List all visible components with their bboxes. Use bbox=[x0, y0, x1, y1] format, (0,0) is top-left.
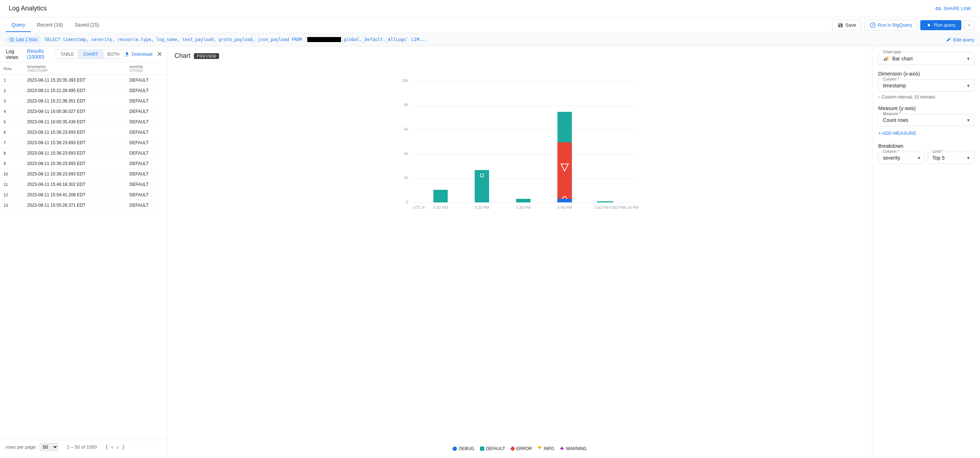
column-chevron: ▾ bbox=[967, 83, 970, 89]
legend-warning-icon bbox=[560, 446, 564, 451]
share-link-button[interactable]: SHARE LINK bbox=[935, 5, 971, 12]
run-bigquery-button[interactable]: Run in BigQuery bbox=[864, 20, 917, 30]
bar-chart-icon bbox=[883, 55, 889, 62]
chart-title: Chart bbox=[175, 52, 190, 60]
share-link-label: SHARE LINK bbox=[943, 6, 971, 11]
download-label: Download bbox=[132, 51, 153, 57]
log-results-row: Log views Results (10000) TABLE CHART BO… bbox=[0, 46, 167, 62]
run-query-label: Run query bbox=[934, 22, 956, 28]
legend-error-icon bbox=[510, 446, 515, 451]
row-timestamp: 2023-08-11 15:20:35.393 EDT bbox=[24, 75, 126, 86]
row-number: 3 bbox=[0, 96, 24, 106]
row-severity: DEFAULT bbox=[126, 75, 167, 86]
bar-340-error bbox=[558, 143, 572, 203]
svg-text:UTC-4: UTC-4 bbox=[413, 205, 425, 209]
breakdown-limit-value[interactable]: Top 5 ▾ bbox=[932, 155, 970, 161]
bar-320-default bbox=[475, 170, 489, 203]
legend-info-label: INFO bbox=[544, 446, 554, 451]
breakdown-limit-col: Limit * Top 5 ▾ bbox=[928, 152, 975, 164]
rows-per-page-select[interactable]: 50 100 200 bbox=[40, 443, 58, 451]
chart-type-value[interactable]: Bar chart ▾ bbox=[883, 55, 970, 62]
measure-text: Count rows bbox=[883, 117, 908, 123]
table-row: 10 2023-08-11 15:36:23.693 EDT DEFAULT bbox=[0, 169, 167, 179]
custom-interval[interactable]: › Custom interval: 15 minutes bbox=[878, 95, 974, 100]
prev-page-button[interactable]: ‹ bbox=[110, 443, 115, 451]
breakdown-limit-fieldset: Limit * Top 5 ▾ bbox=[928, 152, 975, 164]
run-query-button[interactable]: Run query bbox=[920, 20, 961, 30]
edit-query-label: Edit query bbox=[953, 37, 974, 43]
legend-default-label: DEFAULT bbox=[486, 446, 505, 451]
row-number: 1 bbox=[0, 75, 24, 86]
table-row: 5 2023-08-11 16:00:35.436 EDT DEFAULT bbox=[0, 117, 167, 127]
chevron-down-icon: › bbox=[878, 95, 880, 100]
svg-text:2k: 2k bbox=[404, 176, 408, 180]
edit-icon bbox=[946, 37, 951, 42]
row-severity: DEFAULT bbox=[126, 86, 167, 96]
pagination: rows per page: 50 100 200 1 – 50 of 1000… bbox=[0, 440, 167, 454]
measure-section: Measure (y-axis) Measure * Count rows ▾ … bbox=[878, 105, 974, 137]
edit-query-button[interactable]: Edit query bbox=[946, 37, 974, 43]
download-button[interactable]: Download bbox=[124, 51, 153, 57]
app-header: Log Analytics SHARE LINK bbox=[0, 0, 980, 17]
tab-query[interactable]: Query bbox=[6, 18, 31, 32]
svg-text:4:10 PM: 4:10 PM bbox=[624, 205, 639, 209]
col-header-timestamp: timestamp TIMESTAMP bbox=[24, 62, 126, 75]
dimension-title: Dimension (x-axis) bbox=[878, 71, 974, 76]
measure-value[interactable]: Count rows ▾ bbox=[883, 117, 970, 123]
tab-recent[interactable]: Recent (16) bbox=[31, 18, 69, 32]
column-value[interactable]: timestamp ▾ bbox=[883, 83, 970, 89]
row-timestamp: 2023-08-11 15:36:23.693 EDT bbox=[24, 148, 126, 158]
svg-marker-22 bbox=[560, 447, 564, 449]
row-number: 4 bbox=[0, 106, 24, 117]
col-severity-type: STRING bbox=[129, 69, 163, 73]
table-scroll[interactable]: Row timestamp TIMESTAMP severity STRING bbox=[0, 62, 167, 440]
svg-text:3:50 PM: 3:50 PM bbox=[594, 205, 609, 209]
tab-saved[interactable]: Saved (25) bbox=[69, 18, 105, 32]
next-page-button[interactable]: › bbox=[115, 443, 120, 451]
breakdown-column-col: Column * severity ▾ bbox=[878, 152, 925, 164]
measure-title: Measure (y-axis) bbox=[878, 105, 974, 111]
close-panel-button[interactable]: ✕ bbox=[157, 50, 162, 58]
table-row: 9 2023-08-11 15:36:23.693 EDT DEFAULT bbox=[0, 158, 167, 169]
bar-400-default bbox=[610, 201, 613, 203]
view-tab-chart[interactable]: CHART bbox=[78, 50, 103, 59]
svg-text:10k: 10k bbox=[402, 78, 408, 83]
view-tab-both[interactable]: BOTH bbox=[103, 50, 124, 59]
row-severity: DEFAULT bbox=[126, 96, 167, 106]
row-severity: DEFAULT bbox=[126, 200, 167, 211]
results-tab[interactable]: Results (10000) bbox=[27, 46, 44, 64]
row-timestamp: 2023-08-11 15:36:23.693 EDT bbox=[24, 169, 126, 179]
bar-330-default bbox=[516, 199, 531, 203]
table-body: 1 2023-08-11 15:20:35.393 EDT DEFAULT 2 … bbox=[0, 75, 167, 211]
breakdown-title: Breakdown bbox=[878, 143, 974, 149]
time-chip[interactable]: Last 1 hour bbox=[6, 36, 41, 43]
row-severity: DEFAULT bbox=[126, 138, 167, 148]
row-timestamp: 2023-08-11 15:36:23.693 EDT bbox=[24, 127, 126, 138]
page-nav: ⟨ ‹ › ⟩ bbox=[104, 443, 126, 451]
svg-marker-21 bbox=[538, 447, 542, 449]
breakdown-column-chevron: ▾ bbox=[918, 155, 920, 161]
right-panel: Chart type Bar chart ▾ Dimension (x-axis… bbox=[872, 46, 980, 454]
first-page-button[interactable]: ⟨ bbox=[104, 443, 109, 451]
add-measure-label: + ADD MEASURE bbox=[878, 130, 916, 136]
legend-default-icon bbox=[480, 447, 484, 451]
last-page-button[interactable]: ⟩ bbox=[121, 443, 126, 451]
chart-type-section: Chart type Bar chart ▾ bbox=[878, 52, 974, 65]
table-row: 12 2023-08-11 15:54:41.208 EDT DEFAULT bbox=[0, 190, 167, 200]
play-icon bbox=[926, 22, 932, 28]
preview-badge: PREVIEW bbox=[194, 53, 219, 59]
svg-text:3:30 PM: 3:30 PM bbox=[516, 205, 531, 209]
query-select: SELECT timestamp, severity, resource.typ… bbox=[45, 37, 427, 42]
expand-button[interactable] bbox=[964, 20, 974, 30]
add-measure-button[interactable]: + ADD MEASURE bbox=[878, 129, 974, 137]
table-row: 8 2023-08-11 15:36:23.693 EDT DEFAULT bbox=[0, 148, 167, 158]
bar-350-default bbox=[597, 201, 612, 203]
view-tab-table[interactable]: TABLE bbox=[56, 50, 78, 59]
row-number: 12 bbox=[0, 190, 24, 200]
svg-text:3:10 PM: 3:10 PM bbox=[433, 205, 448, 209]
save-button[interactable]: Save bbox=[832, 20, 862, 30]
breakdown-column-value[interactable]: severity ▾ bbox=[883, 155, 920, 161]
breakdown-column-legend: Column * bbox=[881, 149, 900, 154]
chart-type-legend: Chart type bbox=[881, 50, 903, 54]
row-severity: DEFAULT bbox=[126, 106, 167, 117]
